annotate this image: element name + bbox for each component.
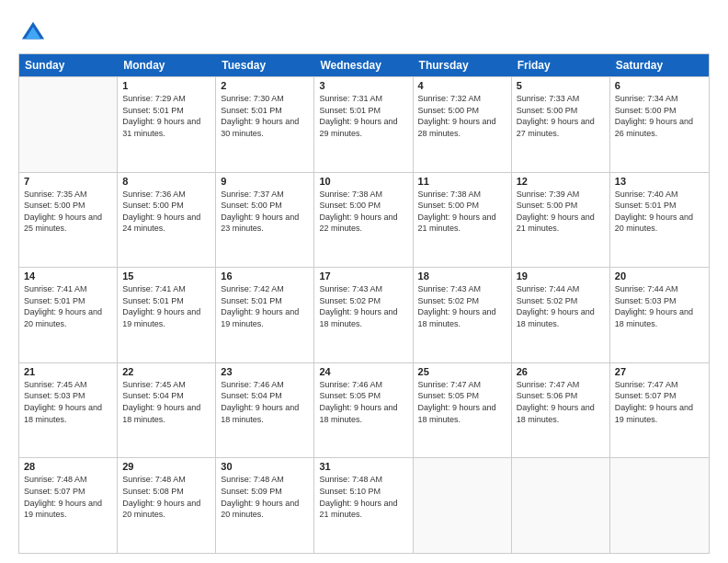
calendar-row-1: 7Sunrise: 7:35 AM Sunset: 5:00 PM Daylig… (19, 172, 709, 268)
day-info: Sunrise: 7:46 AM Sunset: 5:05 PM Dayligh… (319, 379, 407, 425)
calendar-row-3: 21Sunrise: 7:45 AM Sunset: 5:03 PM Dayli… (19, 362, 709, 458)
day-number: 25 (418, 366, 506, 377)
day-number: 10 (319, 176, 407, 187)
weekday-header-thursday: Thursday (414, 54, 512, 76)
day-number: 6 (615, 80, 704, 91)
header (18, 18, 710, 44)
weekday-header-friday: Friday (512, 54, 610, 76)
calendar-row-0: 1Sunrise: 7:29 AM Sunset: 5:01 PM Daylig… (19, 76, 709, 172)
day-info: Sunrise: 7:32 AM Sunset: 5:00 PM Dayligh… (418, 93, 506, 139)
day-info: Sunrise: 7:45 AM Sunset: 5:04 PM Dayligh… (122, 379, 210, 425)
day-info: Sunrise: 7:38 AM Sunset: 5:00 PM Dayligh… (418, 189, 506, 235)
calendar-cell: 15Sunrise: 7:41 AM Sunset: 5:01 PM Dayli… (118, 268, 216, 362)
calendar-cell: 12Sunrise: 7:39 AM Sunset: 5:00 PM Dayli… (512, 173, 610, 268)
calendar-cell: 5Sunrise: 7:33 AM Sunset: 5:00 PM Daylig… (512, 77, 610, 172)
day-number: 15 (122, 270, 210, 282)
calendar-cell: 28Sunrise: 7:48 AM Sunset: 5:07 PM Dayli… (19, 458, 118, 553)
day-info: Sunrise: 7:41 AM Sunset: 5:01 PM Dayligh… (122, 283, 210, 329)
day-number: 26 (517, 366, 605, 377)
day-number: 13 (615, 176, 704, 187)
calendar-row-4: 28Sunrise: 7:48 AM Sunset: 5:07 PM Dayli… (19, 457, 709, 553)
calendar-cell: 19Sunrise: 7:44 AM Sunset: 5:02 PM Dayli… (512, 268, 610, 362)
calendar-row-2: 14Sunrise: 7:41 AM Sunset: 5:01 PM Dayli… (19, 267, 709, 362)
weekday-header-tuesday: Tuesday (216, 54, 314, 76)
logo-icon (20, 18, 46, 44)
calendar-cell: 30Sunrise: 7:48 AM Sunset: 5:09 PM Dayli… (216, 458, 314, 553)
calendar-cell: 29Sunrise: 7:48 AM Sunset: 5:08 PM Dayli… (118, 458, 216, 553)
day-number: 28 (24, 461, 112, 472)
day-info: Sunrise: 7:47 AM Sunset: 5:05 PM Dayligh… (418, 379, 506, 425)
calendar-cell: 14Sunrise: 7:41 AM Sunset: 5:01 PM Dayli… (19, 268, 118, 362)
calendar-cell: 3Sunrise: 7:31 AM Sunset: 5:01 PM Daylig… (314, 77, 413, 172)
day-info: Sunrise: 7:30 AM Sunset: 5:01 PM Dayligh… (221, 93, 309, 139)
calendar-header: SundayMondayTuesdayWednesdayThursdayFrid… (19, 54, 709, 76)
day-info: Sunrise: 7:31 AM Sunset: 5:01 PM Dayligh… (319, 93, 407, 139)
weekday-header-saturday: Saturday (610, 54, 709, 76)
calendar-cell: 7Sunrise: 7:35 AM Sunset: 5:00 PM Daylig… (19, 173, 118, 268)
day-info: Sunrise: 7:44 AM Sunset: 5:03 PM Dayligh… (615, 283, 704, 329)
day-number: 24 (319, 366, 407, 377)
calendar-cell: 16Sunrise: 7:42 AM Sunset: 5:01 PM Dayli… (216, 268, 314, 362)
calendar-cell (512, 458, 610, 553)
day-number: 16 (221, 270, 309, 282)
day-number: 18 (418, 270, 506, 282)
day-info: Sunrise: 7:46 AM Sunset: 5:04 PM Dayligh… (221, 379, 309, 425)
calendar-cell: 22Sunrise: 7:45 AM Sunset: 5:04 PM Dayli… (118, 363, 216, 458)
day-info: Sunrise: 7:34 AM Sunset: 5:00 PM Dayligh… (615, 93, 704, 139)
day-number: 2 (221, 80, 309, 91)
day-info: Sunrise: 7:37 AM Sunset: 5:00 PM Dayligh… (221, 189, 309, 235)
day-info: Sunrise: 7:48 AM Sunset: 5:08 PM Dayligh… (122, 474, 210, 520)
logo (18, 18, 50, 44)
page: SundayMondayTuesdayWednesdayThursdayFrid… (0, 0, 728, 563)
calendar-cell (19, 77, 118, 172)
day-number: 11 (418, 176, 506, 187)
day-number: 8 (122, 176, 210, 187)
calendar-cell: 18Sunrise: 7:43 AM Sunset: 5:02 PM Dayli… (414, 268, 512, 362)
calendar-cell: 6Sunrise: 7:34 AM Sunset: 5:00 PM Daylig… (610, 77, 709, 172)
day-info: Sunrise: 7:35 AM Sunset: 5:00 PM Dayligh… (24, 189, 112, 235)
calendar-cell (610, 458, 709, 553)
day-number: 19 (517, 270, 605, 282)
calendar-cell: 13Sunrise: 7:40 AM Sunset: 5:01 PM Dayli… (610, 173, 709, 268)
weekday-header-sunday: Sunday (19, 54, 118, 76)
day-info: Sunrise: 7:48 AM Sunset: 5:09 PM Dayligh… (221, 474, 309, 520)
day-number: 29 (122, 461, 210, 472)
calendar-cell: 11Sunrise: 7:38 AM Sunset: 5:00 PM Dayli… (414, 173, 512, 268)
day-info: Sunrise: 7:39 AM Sunset: 5:00 PM Dayligh… (517, 189, 605, 235)
calendar-cell: 25Sunrise: 7:47 AM Sunset: 5:05 PM Dayli… (414, 363, 512, 458)
calendar-cell: 8Sunrise: 7:36 AM Sunset: 5:00 PM Daylig… (118, 173, 216, 268)
calendar-cell: 21Sunrise: 7:45 AM Sunset: 5:03 PM Dayli… (19, 363, 118, 458)
calendar-cell: 9Sunrise: 7:37 AM Sunset: 5:00 PM Daylig… (216, 173, 314, 268)
day-info: Sunrise: 7:43 AM Sunset: 5:02 PM Dayligh… (319, 283, 407, 329)
day-number: 12 (517, 176, 605, 187)
day-info: Sunrise: 7:41 AM Sunset: 5:01 PM Dayligh… (24, 283, 112, 329)
day-number: 31 (319, 461, 407, 472)
day-info: Sunrise: 7:43 AM Sunset: 5:02 PM Dayligh… (418, 283, 506, 329)
day-number: 21 (24, 366, 112, 377)
calendar-cell: 24Sunrise: 7:46 AM Sunset: 5:05 PM Dayli… (314, 363, 413, 458)
day-number: 27 (615, 366, 704, 377)
calendar: SundayMondayTuesdayWednesdayThursdayFrid… (18, 53, 710, 554)
day-number: 4 (418, 80, 506, 91)
day-number: 23 (221, 366, 309, 377)
calendar-cell: 27Sunrise: 7:47 AM Sunset: 5:07 PM Dayli… (610, 363, 709, 458)
day-info: Sunrise: 7:42 AM Sunset: 5:01 PM Dayligh… (221, 283, 309, 329)
day-info: Sunrise: 7:48 AM Sunset: 5:10 PM Dayligh… (319, 474, 407, 520)
day-number: 20 (615, 270, 704, 282)
calendar-cell: 26Sunrise: 7:47 AM Sunset: 5:06 PM Dayli… (512, 363, 610, 458)
day-number: 22 (122, 366, 210, 377)
calendar-cell (414, 458, 512, 553)
day-info: Sunrise: 7:48 AM Sunset: 5:07 PM Dayligh… (24, 474, 112, 520)
day-number: 30 (221, 461, 309, 472)
calendar-cell: 4Sunrise: 7:32 AM Sunset: 5:00 PM Daylig… (414, 77, 512, 172)
calendar-cell: 20Sunrise: 7:44 AM Sunset: 5:03 PM Dayli… (610, 268, 709, 362)
weekday-header-monday: Monday (118, 54, 216, 76)
calendar-cell: 17Sunrise: 7:43 AM Sunset: 5:02 PM Dayli… (314, 268, 413, 362)
day-info: Sunrise: 7:44 AM Sunset: 5:02 PM Dayligh… (517, 283, 605, 329)
calendar-body: 1Sunrise: 7:29 AM Sunset: 5:01 PM Daylig… (19, 76, 709, 553)
day-number: 5 (517, 80, 605, 91)
day-info: Sunrise: 7:40 AM Sunset: 5:01 PM Dayligh… (615, 189, 704, 235)
day-info: Sunrise: 7:29 AM Sunset: 5:01 PM Dayligh… (122, 93, 210, 139)
day-number: 3 (319, 80, 407, 91)
day-info: Sunrise: 7:36 AM Sunset: 5:00 PM Dayligh… (122, 189, 210, 235)
